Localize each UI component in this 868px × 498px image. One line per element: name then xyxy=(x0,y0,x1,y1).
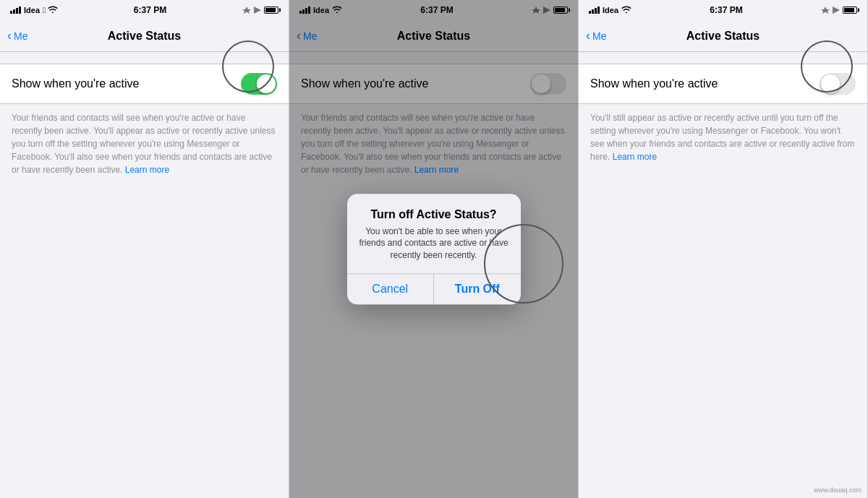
dialog-cancel-button-2[interactable]: Cancel xyxy=(347,274,435,304)
signal-icon-1 xyxy=(10,7,21,14)
dialog-confirm-button-2[interactable]: Turn Off xyxy=(434,274,521,304)
time-3: 6:37 PM xyxy=(710,5,742,15)
signal-icon-3 xyxy=(589,7,600,14)
dialog-2: Turn off Active Status? You won't be abl… xyxy=(347,194,521,304)
back-label-3: Me xyxy=(592,30,606,42)
toggle-label-1: Show when you're active xyxy=(12,77,139,90)
status-bar-1: Idea  6:37 PM xyxy=(0,0,289,20)
status-bar-left-1: Idea  xyxy=(10,6,58,14)
time-1: 6:37 PM xyxy=(134,5,166,15)
dialog-actions-2: Cancel Turn Off xyxy=(347,273,521,304)
phone-panel-2: Idea 6:37 PM ‹ Me xyxy=(289,0,579,498)
active-status-toggle-1[interactable] xyxy=(241,73,277,95)
svg-marker-2 xyxy=(833,7,840,14)
chevron-left-icon-3: ‹ xyxy=(586,29,590,42)
status-bar-right-3 xyxy=(821,7,857,14)
dialog-content-2: Turn off Active Status? You won't be abl… xyxy=(347,194,521,273)
content-1: Show when you're active Your friends and… xyxy=(0,52,289,498)
location-icon-3 xyxy=(821,7,830,14)
status-bar-3: Idea 6:37 PM xyxy=(579,0,867,20)
active-status-toggle-3[interactable] xyxy=(820,73,856,95)
learn-more-link-1[interactable]: Learn more xyxy=(125,165,169,175)
arrow-icon-3 xyxy=(833,7,840,14)
dialog-title-2: Turn off Active Status? xyxy=(359,208,509,221)
toggle-knob-3 xyxy=(821,74,840,93)
back-label-1: Me xyxy=(14,30,27,42)
description-1: Your friends and contacts will see when … xyxy=(0,104,289,184)
description-3: You'll still appear as active or recentl… xyxy=(579,104,867,171)
phone-panel-3: Idea 6:37 PM ‹ Me xyxy=(579,0,868,498)
nav-bar-3: ‹ Me Active Status xyxy=(579,20,867,52)
phone-panel-1: Idea  6:37 PM ‹ Me xyxy=(0,0,289,498)
arrow-icon-1 xyxy=(254,7,261,14)
back-button-1[interactable]: ‹ Me xyxy=(7,30,27,42)
carrier-3: Idea xyxy=(603,6,618,14)
status-bar-left-3: Idea xyxy=(589,6,631,14)
nav-bar-1: ‹ Me Active Status xyxy=(0,20,289,52)
location-icon-1 xyxy=(242,7,251,14)
toggle-label-3: Show when you're active xyxy=(590,77,718,90)
wifi-icon-1:  xyxy=(43,6,58,14)
wifi-icon-3 xyxy=(621,6,631,14)
svg-marker-0 xyxy=(254,7,261,14)
toggle-knob-1 xyxy=(257,74,276,93)
back-button-3[interactable]: ‹ Me xyxy=(586,30,606,42)
carrier-1: Idea xyxy=(24,6,40,14)
learn-more-link-3[interactable]: Learn more xyxy=(613,152,657,162)
chevron-left-icon-1: ‹ xyxy=(7,29,12,42)
nav-title-3: Active Status xyxy=(686,30,760,43)
content-3: Show when you're active You'll still app… xyxy=(579,52,867,498)
dialog-message-2: You won't be able to see when your frien… xyxy=(359,226,509,262)
toggle-row-3: Show when you're active xyxy=(579,64,867,104)
watermark: www.deuaq.com xyxy=(814,486,861,494)
battery-icon-1 xyxy=(264,7,278,14)
toggle-row-1: Show when you're active xyxy=(0,64,289,104)
status-bar-right-1 xyxy=(242,7,278,14)
battery-icon-3 xyxy=(843,7,857,14)
nav-title-1: Active Status xyxy=(108,30,181,43)
